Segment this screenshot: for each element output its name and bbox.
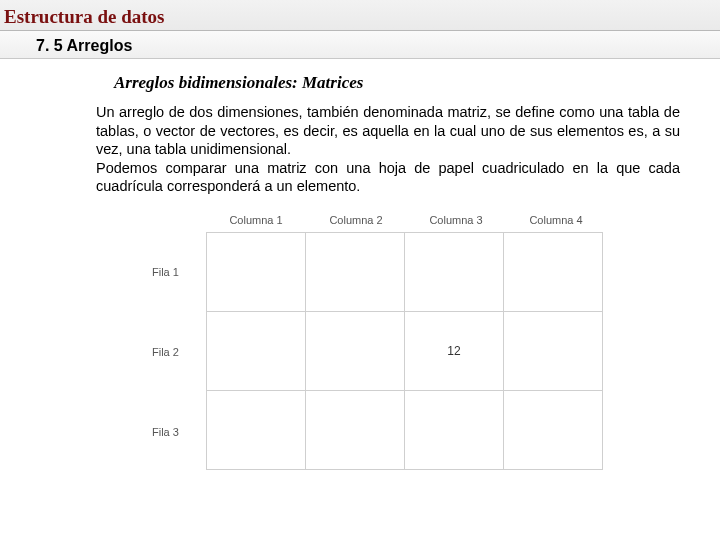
matrix-cell (404, 232, 504, 312)
matrix-cell (503, 232, 603, 312)
matrix-figure: Columna 1 Columna 2 Columna 3 Columna 4 … (0, 196, 720, 472)
body-paragraph: Un arreglo de dos dimensiones, también d… (0, 103, 720, 196)
matrix-cell (404, 390, 504, 470)
matrix-cell (305, 311, 405, 391)
row-header: Fila 1 (150, 232, 206, 312)
column-header: Columna 1 (206, 214, 306, 232)
matrix-cell (206, 390, 306, 470)
matrix-cell (305, 232, 405, 312)
row-header: Fila 3 (150, 392, 206, 472)
matrix-cell (503, 311, 603, 391)
row-header: Fila 2 (150, 312, 206, 392)
matrix-cell (206, 311, 306, 391)
matrix-cell (206, 232, 306, 312)
section-title: 7. 5 Arreglos (0, 31, 720, 59)
matrix-cell: 12 (404, 311, 504, 391)
sub-title: Arreglos bidimensionales: Matrices (0, 59, 720, 103)
page-title: Estructura de datos (0, 0, 720, 31)
matrix-cell (305, 390, 405, 470)
column-header: Columna 3 (406, 214, 506, 232)
column-header: Columna 2 (306, 214, 406, 232)
column-header: Columna 4 (506, 214, 606, 232)
matrix-cell (503, 390, 603, 470)
